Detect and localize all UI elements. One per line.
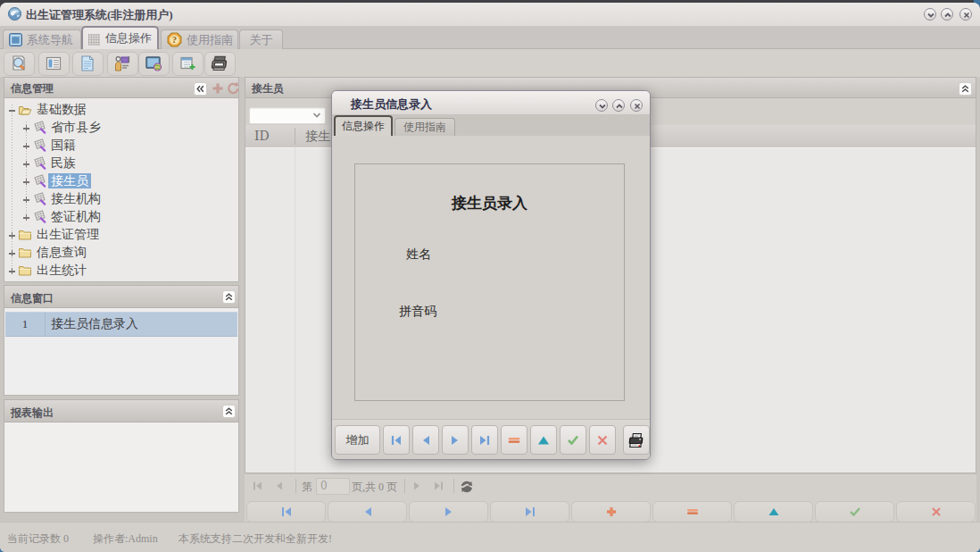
panel-title: 报表输出 — [11, 406, 54, 421]
info-management-tree: 基础数据 省市县乡 — [4, 98, 239, 282]
tab-label: 信息操作 — [342, 119, 385, 134]
tree-node-midwife[interactable]: 接生员 — [0, 172, 239, 190]
dialog-next-button[interactable] — [442, 425, 469, 455]
tab-info-operate[interactable]: 信息操作 — [81, 26, 159, 49]
nav-ok-button[interactable] — [815, 501, 894, 523]
window-maximize-button[interactable] — [941, 8, 953, 21]
midwife-combobox[interactable] — [249, 107, 326, 124]
nav-next-button[interactable] — [409, 501, 488, 523]
dialog-ok-button[interactable] — [560, 425, 586, 455]
refresh-icon[interactable] — [460, 480, 474, 494]
expander-plus-icon[interactable] — [23, 143, 29, 149]
nav-first-button[interactable] — [246, 501, 326, 523]
window-list-row[interactable]: 1 接生员信息录入 — [5, 312, 237, 337]
refresh-icon — [226, 81, 240, 96]
info-management-panel: 信息管理 — [4, 77, 239, 282]
tree-node-nationality[interactable]: 国籍 — [0, 137, 239, 155]
add-icon — [606, 506, 617, 517]
expander-plus-icon[interactable] — [23, 161, 29, 167]
nav-prev-button[interactable] — [328, 501, 407, 523]
dialog-maximize-button[interactable] — [612, 99, 625, 112]
collapse-left-tool[interactable] — [194, 82, 207, 96]
tab-about[interactable]: 关于 — [239, 29, 283, 49]
chevron-down-icon — [926, 10, 936, 21]
nav-remove-button[interactable] — [652, 501, 732, 523]
collapse-up-tool[interactable] — [222, 290, 236, 304]
add-record-button[interactable]: 增加 — [335, 425, 380, 455]
toolbar-new-document-button[interactable] — [72, 52, 104, 76]
toolbar-window-add-button[interactable] — [172, 52, 203, 76]
midwife-form-panel: 接生员录入 姓名 拼音码 — [354, 163, 625, 401]
column-header-id[interactable]: ID — [254, 129, 270, 143]
dialog-remove-button[interactable] — [501, 425, 527, 455]
dialog-titlebar[interactable]: 接生员信息录入 — [332, 91, 650, 115]
tree-node-visa-org[interactable]: 签证机构 — [0, 208, 239, 226]
toolbar-screen-globe-button[interactable] — [138, 52, 170, 76]
column-divider[interactable] — [295, 128, 295, 145]
expander-plus-icon[interactable] — [9, 268, 15, 274]
prev-icon — [420, 435, 431, 446]
refresh-tool[interactable] — [226, 81, 240, 96]
expander-plus-icon[interactable] — [23, 214, 29, 221]
expander-minus-icon[interactable] — [9, 107, 15, 113]
separator — [295, 479, 296, 493]
triangle-up-icon — [538, 436, 550, 445]
tree-node-region[interactable]: 省市县乡 — [0, 119, 239, 137]
tab-label: 使用指南 — [403, 120, 446, 135]
page-number-input[interactable]: 0 — [316, 478, 350, 495]
tab-label: 系统导航 — [27, 32, 73, 48]
dialog-print-button[interactable] — [623, 425, 650, 455]
last-icon — [524, 506, 536, 517]
pinyin-field-label: 拼音码 — [399, 304, 436, 320]
dialog-cancel-button[interactable] — [589, 425, 616, 455]
screen: 出生证管理系统(非注册用户) 系统导航 — [0, 0, 980, 552]
dialog-prev-button[interactable] — [412, 425, 439, 455]
info-windows-header: 信息窗口 — [4, 285, 239, 308]
dialog-tab-guide[interactable]: 使用指南 — [394, 118, 455, 136]
expander-plus-icon[interactable] — [9, 250, 15, 256]
tree-node-midwife-org[interactable]: 接生机构 — [0, 190, 239, 208]
tree-node-ethnicity[interactable]: 民族 — [0, 155, 239, 172]
tab-user-guide[interactable]: ? 使用指南 — [161, 29, 238, 49]
dialog-close-button[interactable] — [630, 99, 643, 112]
page-next-icon[interactable] — [411, 480, 423, 492]
dialog-tabbar: 使用指南 信息操作 — [332, 115, 650, 136]
nav-add-button[interactable] — [571, 501, 651, 523]
dialog-first-button[interactable] — [383, 425, 410, 455]
dialog-title: 接生员信息录入 — [351, 96, 432, 113]
tab-system-nav[interactable]: 系统导航 — [3, 29, 81, 49]
collapse-up-tool[interactable] — [959, 82, 972, 96]
nav-cancel-button[interactable] — [896, 501, 976, 523]
toolbar-user-report-button[interactable] — [107, 52, 138, 76]
dialog-tab-operate[interactable]: 信息操作 — [334, 115, 393, 136]
dialog-minimize-button[interactable] — [595, 99, 608, 112]
page-prev-icon[interactable] — [273, 480, 286, 492]
page-first-icon[interactable] — [252, 480, 264, 492]
toolbar-search-document-button[interactable] — [4, 52, 35, 76]
add-tool[interactable] — [211, 81, 225, 96]
dialog-up-button[interactable] — [530, 425, 557, 455]
nav-last-button[interactable] — [490, 501, 569, 523]
window-minimize-button[interactable] — [924, 8, 936, 21]
tree-node-birth-stats[interactable]: 出生统计 — [0, 262, 239, 280]
chevron-up-icon — [943, 10, 953, 21]
collapse-up-tool[interactable] — [222, 405, 236, 418]
double-chevron-left-icon — [195, 83, 206, 95]
tree-node-cert-mgmt[interactable]: 出生证管理 — [0, 226, 239, 244]
expander-plus-icon[interactable] — [23, 125, 29, 131]
expander-plus-icon[interactable] — [23, 197, 29, 203]
tree-node-info-query[interactable]: 信息查询 — [0, 244, 239, 262]
nav-up-button[interactable] — [734, 501, 813, 523]
chevron-up-icon — [614, 101, 625, 112]
page-last-icon[interactable] — [432, 480, 444, 492]
toolbar-printer-button[interactable] — [204, 52, 236, 76]
expander-plus-icon[interactable] — [9, 232, 15, 238]
dialog-last-button[interactable] — [471, 425, 498, 455]
expander-plus-icon[interactable] — [23, 179, 29, 185]
page-total-label: 页,共 0 页 — [352, 480, 397, 495]
window-close-button[interactable] — [959, 8, 972, 21]
toolbar-list-view-button[interactable] — [38, 52, 70, 76]
first-icon — [280, 506, 293, 517]
data-tool-icon — [33, 192, 47, 206]
tree-node-base-data[interactable]: 基础数据 — [0, 101, 239, 119]
